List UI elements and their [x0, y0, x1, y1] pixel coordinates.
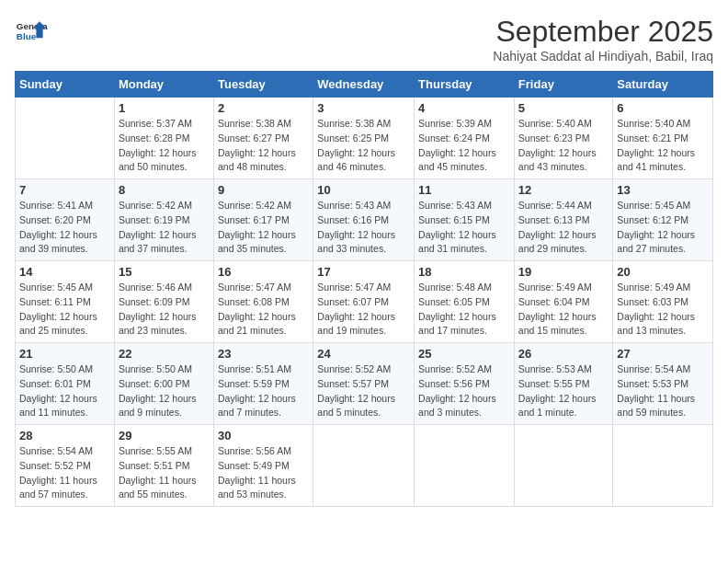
day-number: 24 — [317, 347, 410, 361]
day-info: Sunrise: 5:45 AMSunset: 6:11 PMDaylight:… — [19, 281, 110, 339]
day-cell — [415, 425, 515, 507]
day-number: 30 — [218, 429, 309, 442]
calendar-table: SundayMondayTuesdayWednesdayThursdayFrid… — [15, 71, 713, 507]
day-info: Sunrise: 5:47 AMSunset: 6:08 PMDaylight:… — [218, 281, 309, 339]
day-number: 15 — [119, 265, 210, 279]
day-info: Sunrise: 5:38 AMSunset: 6:27 PMDaylight:… — [218, 117, 309, 175]
logo-icon: General Blue — [15, 15, 48, 48]
day-number: 20 — [617, 265, 709, 279]
day-number: 19 — [518, 265, 609, 279]
day-info: Sunrise: 5:40 AMSunset: 6:21 PMDaylight:… — [617, 117, 709, 175]
col-header-sunday: Sunday — [16, 72, 115, 98]
day-info: Sunrise: 5:43 AMSunset: 6:16 PMDaylight:… — [317, 199, 410, 257]
day-number: 8 — [119, 183, 210, 197]
day-number: 29 — [119, 429, 210, 442]
week-row-4: 21Sunrise: 5:50 AMSunset: 6:01 PMDayligh… — [16, 343, 713, 425]
day-cell: 23Sunrise: 5:51 AMSunset: 5:59 PMDayligh… — [214, 343, 313, 425]
day-cell: 16Sunrise: 5:47 AMSunset: 6:08 PMDayligh… — [214, 261, 313, 343]
day-cell: 18Sunrise: 5:48 AMSunset: 6:05 PMDayligh… — [415, 261, 515, 343]
col-header-saturday: Saturday — [613, 72, 713, 98]
day-number: 26 — [518, 347, 609, 361]
location-title: Nahiyat Saddat al Hindiyah, Babil, Iraq — [493, 49, 713, 63]
logo: General Blue — [15, 15, 48, 48]
day-cell — [514, 425, 613, 507]
day-info: Sunrise: 5:56 AMSunset: 5:49 PMDaylight:… — [218, 444, 309, 502]
day-cell: 20Sunrise: 5:49 AMSunset: 6:03 PMDayligh… — [613, 261, 713, 343]
day-info: Sunrise: 5:53 AMSunset: 5:55 PMDaylight:… — [518, 362, 609, 420]
day-number: 5 — [518, 101, 609, 115]
day-info: Sunrise: 5:41 AMSunset: 6:20 PMDaylight:… — [19, 199, 110, 257]
week-row-1: 1Sunrise: 5:37 AMSunset: 6:28 PMDaylight… — [16, 98, 713, 179]
month-title: September 2025 — [493, 15, 713, 49]
day-cell: 14Sunrise: 5:45 AMSunset: 6:11 PMDayligh… — [16, 261, 115, 343]
day-number: 21 — [19, 347, 110, 361]
col-header-friday: Friday — [514, 72, 613, 98]
day-cell: 12Sunrise: 5:44 AMSunset: 6:13 PMDayligh… — [514, 179, 613, 261]
calendar-header-row: SundayMondayTuesdayWednesdayThursdayFrid… — [16, 72, 713, 98]
week-row-2: 7Sunrise: 5:41 AMSunset: 6:20 PMDaylight… — [16, 179, 713, 261]
day-info: Sunrise: 5:39 AMSunset: 6:24 PMDaylight:… — [418, 117, 510, 175]
day-cell: 17Sunrise: 5:47 AMSunset: 6:07 PMDayligh… — [313, 261, 415, 343]
day-info: Sunrise: 5:46 AMSunset: 6:09 PMDaylight:… — [119, 281, 210, 339]
day-number: 1 — [119, 101, 210, 115]
day-info: Sunrise: 5:42 AMSunset: 6:17 PMDaylight:… — [218, 199, 309, 257]
col-header-monday: Monday — [114, 72, 213, 98]
day-number: 6 — [617, 101, 709, 115]
day-info: Sunrise: 5:49 AMSunset: 6:04 PMDaylight:… — [518, 281, 609, 339]
day-info: Sunrise: 5:50 AMSunset: 6:00 PMDaylight:… — [119, 362, 210, 420]
day-number: 10 — [317, 183, 410, 197]
col-header-thursday: Thursday — [415, 72, 515, 98]
day-number: 12 — [518, 183, 609, 197]
day-cell: 4Sunrise: 5:39 AMSunset: 6:24 PMDaylight… — [415, 98, 515, 179]
day-number: 16 — [218, 265, 309, 279]
day-cell: 15Sunrise: 5:46 AMSunset: 6:09 PMDayligh… — [114, 261, 213, 343]
day-number: 3 — [317, 101, 410, 115]
day-number: 18 — [418, 265, 510, 279]
day-cell: 10Sunrise: 5:43 AMSunset: 6:16 PMDayligh… — [313, 179, 415, 261]
day-number: 4 — [418, 101, 510, 115]
day-number: 9 — [218, 183, 309, 197]
page-header: General Blue September 2025 Nahiyat Sadd… — [15, 15, 713, 63]
day-info: Sunrise: 5:43 AMSunset: 6:15 PMDaylight:… — [418, 199, 510, 257]
day-cell: 8Sunrise: 5:42 AMSunset: 6:19 PMDaylight… — [114, 179, 213, 261]
day-number: 14 — [19, 265, 110, 279]
day-info: Sunrise: 5:48 AMSunset: 6:05 PMDaylight:… — [418, 281, 510, 339]
day-info: Sunrise: 5:50 AMSunset: 6:01 PMDaylight:… — [19, 362, 110, 420]
day-cell: 21Sunrise: 5:50 AMSunset: 6:01 PMDayligh… — [16, 343, 115, 425]
day-info: Sunrise: 5:37 AMSunset: 6:28 PMDaylight:… — [119, 117, 210, 175]
day-info: Sunrise: 5:38 AMSunset: 6:25 PMDaylight:… — [317, 117, 410, 175]
day-cell: 13Sunrise: 5:45 AMSunset: 6:12 PMDayligh… — [613, 179, 713, 261]
day-info: Sunrise: 5:44 AMSunset: 6:13 PMDaylight:… — [518, 199, 609, 257]
day-info: Sunrise: 5:49 AMSunset: 6:03 PMDaylight:… — [617, 281, 709, 339]
day-cell — [313, 425, 415, 507]
day-cell: 29Sunrise: 5:55 AMSunset: 5:51 PMDayligh… — [114, 425, 213, 507]
day-number: 23 — [218, 347, 309, 361]
day-number: 2 — [218, 101, 309, 115]
day-info: Sunrise: 5:51 AMSunset: 5:59 PMDaylight:… — [218, 362, 309, 420]
day-cell: 26Sunrise: 5:53 AMSunset: 5:55 PMDayligh… — [514, 343, 613, 425]
day-number: 27 — [617, 347, 709, 361]
day-cell: 6Sunrise: 5:40 AMSunset: 6:21 PMDaylight… — [613, 98, 713, 179]
day-number: 7 — [19, 183, 110, 197]
day-cell: 28Sunrise: 5:54 AMSunset: 5:52 PMDayligh… — [16, 425, 115, 507]
day-cell: 24Sunrise: 5:52 AMSunset: 5:57 PMDayligh… — [313, 343, 415, 425]
day-info: Sunrise: 5:42 AMSunset: 6:19 PMDaylight:… — [119, 199, 210, 257]
day-cell — [16, 98, 115, 179]
day-number: 13 — [617, 183, 709, 197]
title-block: September 2025 Nahiyat Saddat al Hindiya… — [493, 15, 713, 63]
day-cell — [613, 425, 713, 507]
day-cell: 9Sunrise: 5:42 AMSunset: 6:17 PMDaylight… — [214, 179, 313, 261]
day-cell: 22Sunrise: 5:50 AMSunset: 6:00 PMDayligh… — [114, 343, 213, 425]
day-info: Sunrise: 5:47 AMSunset: 6:07 PMDaylight:… — [317, 281, 410, 339]
col-header-wednesday: Wednesday — [313, 72, 415, 98]
day-cell: 5Sunrise: 5:40 AMSunset: 6:23 PMDaylight… — [514, 98, 613, 179]
day-cell: 3Sunrise: 5:38 AMSunset: 6:25 PMDaylight… — [313, 98, 415, 179]
day-info: Sunrise: 5:40 AMSunset: 6:23 PMDaylight:… — [518, 117, 609, 175]
week-row-5: 28Sunrise: 5:54 AMSunset: 5:52 PMDayligh… — [16, 425, 713, 507]
day-cell: 27Sunrise: 5:54 AMSunset: 5:53 PMDayligh… — [613, 343, 713, 425]
day-number: 22 — [119, 347, 210, 361]
day-number: 28 — [19, 429, 110, 442]
day-info: Sunrise: 5:54 AMSunset: 5:53 PMDaylight:… — [617, 362, 709, 420]
day-cell: 2Sunrise: 5:38 AMSunset: 6:27 PMDaylight… — [214, 98, 313, 179]
day-cell: 25Sunrise: 5:52 AMSunset: 5:56 PMDayligh… — [415, 343, 515, 425]
